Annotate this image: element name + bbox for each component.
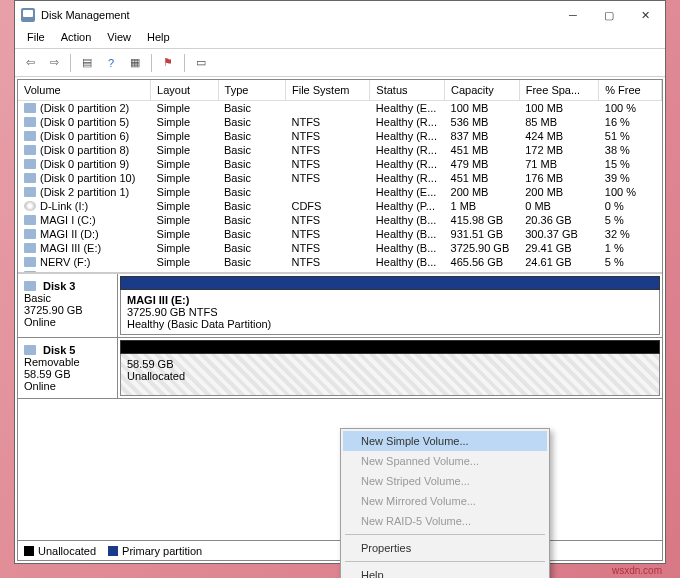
drive-icon	[24, 145, 36, 155]
context-menu-item[interactable]: Properties	[343, 538, 547, 558]
drive-icon	[24, 103, 36, 113]
volume-list-pane[interactable]: VolumeLayoutTypeFile SystemStatusCapacit…	[18, 80, 662, 274]
disk-header[interactable]: Disk 5Removable58.59 GBOnline	[18, 338, 118, 398]
volume-row[interactable]: D-Link (I:)SimpleBasicCDFSHealthy (P...1…	[18, 199, 662, 213]
volume-row[interactable]: MAGI II (D:)SimpleBasicNTFSHealthy (B...…	[18, 227, 662, 241]
column-header[interactable]: % Free	[599, 80, 662, 100]
drive-icon	[24, 117, 36, 127]
volume-row[interactable]: MAGI I (C:)SimpleBasicNTFSHealthy (B...4…	[18, 213, 662, 227]
toolbar-divider	[151, 54, 152, 72]
context-menu[interactable]: New Simple Volume...New Spanned Volume..…	[340, 428, 550, 578]
column-header[interactable]: Volume	[18, 80, 151, 100]
menu-separator	[345, 534, 545, 535]
drive-icon	[24, 173, 36, 183]
menu-file[interactable]: File	[19, 29, 53, 48]
legend-item: Unallocated	[24, 545, 96, 557]
volume-table: VolumeLayoutTypeFile SystemStatusCapacit…	[18, 80, 662, 274]
column-header[interactable]: File System	[285, 80, 369, 100]
grid-icon[interactable]: ▦	[124, 52, 146, 74]
cd-icon	[24, 201, 36, 211]
partition-bar[interactable]	[120, 340, 660, 354]
menu-view[interactable]: View	[99, 29, 139, 48]
drive-icon	[24, 131, 36, 141]
minimize-button[interactable]: ─	[555, 1, 591, 29]
partition-bar[interactable]	[120, 276, 660, 290]
disk-row: Disk 5Removable58.59 GBOnline58.59 GBUna…	[18, 338, 662, 399]
drive-icon	[24, 243, 36, 253]
context-menu-item: New Spanned Volume...	[343, 451, 547, 471]
volume-row[interactable]: MAGI III (E:)SimpleBasicNTFSHealthy (B..…	[18, 241, 662, 255]
drive-icon	[24, 159, 36, 169]
drive-icon	[24, 215, 36, 225]
drive-icon	[24, 257, 36, 267]
window-title: Disk Management	[41, 9, 555, 21]
context-menu-item[interactable]: New Simple Volume...	[343, 431, 547, 451]
menubar: File Action View Help	[15, 29, 665, 49]
partition-info[interactable]: MAGI III (E:)3725.90 GB NTFSHealthy (Bas…	[120, 290, 660, 335]
help-icon[interactable]: ?	[100, 52, 122, 74]
toolbar: ⇦ ⇨ ▤ ? ▦ ⚑ ▭	[15, 49, 665, 77]
forward-button[interactable]: ⇨	[43, 52, 65, 74]
close-button[interactable]: ✕	[627, 1, 663, 29]
column-header[interactable]: Free Spa...	[519, 80, 599, 100]
disk-icon	[24, 281, 36, 291]
volume-row[interactable]: (Disk 0 partition 5)SimpleBasicNTFSHealt…	[18, 115, 662, 129]
volume-row[interactable]: (Disk 0 partition 9)SimpleBasicNTFSHealt…	[18, 157, 662, 171]
column-header[interactable]: Layout	[151, 80, 218, 100]
column-header[interactable]: Type	[218, 80, 285, 100]
volume-row[interactable]: (Disk 0 partition 10)SimpleBasicNTFSHeal…	[18, 171, 662, 185]
menu-action[interactable]: Action	[53, 29, 100, 48]
volume-row[interactable]: (Disk 0 partition 8)SimpleBasicNTFSHealt…	[18, 143, 662, 157]
list-icon[interactable]: ▤	[76, 52, 98, 74]
titlebar[interactable]: Disk Management ─ ▢ ✕	[15, 1, 665, 29]
column-header[interactable]: Capacity	[445, 80, 520, 100]
menu-help[interactable]: Help	[139, 29, 178, 48]
disk-body: MAGI III (E:)3725.90 GB NTFSHealthy (Bas…	[118, 274, 662, 337]
drive-icon	[24, 229, 36, 239]
disk-icon	[24, 345, 36, 355]
flag-icon[interactable]: ⚑	[157, 52, 179, 74]
back-button[interactable]: ⇦	[19, 52, 41, 74]
context-menu-item: New Mirrored Volume...	[343, 491, 547, 511]
watermark: wsxdn.com	[612, 565, 662, 576]
volume-row[interactable]: (Disk 0 partition 6)SimpleBasicNTFSHealt…	[18, 129, 662, 143]
context-menu-item: New RAID-5 Volume...	[343, 511, 547, 531]
volume-row[interactable]: NERV (F:)SimpleBasicNTFSHealthy (B...465…	[18, 255, 662, 269]
volume-row[interactable]: (Disk 0 partition 2)SimpleBasicHealthy (…	[18, 100, 662, 115]
maximize-button[interactable]: ▢	[591, 1, 627, 29]
toolbar-divider	[70, 54, 71, 72]
context-menu-item[interactable]: Help	[343, 565, 547, 578]
app-icon	[21, 8, 35, 22]
disk-body: 58.59 GBUnallocated	[118, 338, 662, 398]
legend-item: Primary partition	[108, 545, 202, 557]
volume-row[interactable]: (Disk 2 partition 1)SimpleBasicHealthy (…	[18, 185, 662, 199]
drive-icon	[24, 187, 36, 197]
toolbar-divider	[184, 54, 185, 72]
panel-icon[interactable]: ▭	[190, 52, 212, 74]
menu-separator	[345, 561, 545, 562]
disk-row: Disk 3Basic3725.90 GBOnlineMAGI III (E:)…	[18, 274, 662, 338]
context-menu-item: New Striped Volume...	[343, 471, 547, 491]
column-header[interactable]: Status	[370, 80, 445, 100]
disk-header[interactable]: Disk 3Basic3725.90 GBOnline	[18, 274, 118, 337]
partition-info[interactable]: 58.59 GBUnallocated	[120, 354, 660, 396]
